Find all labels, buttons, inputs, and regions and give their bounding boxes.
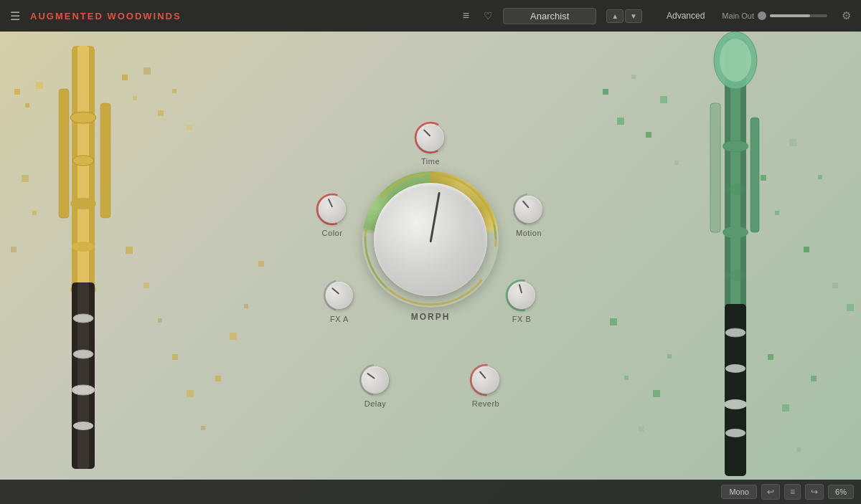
favorite-icon[interactable]: ♡: [484, 10, 493, 22]
advanced-label[interactable]: Advanced: [667, 11, 705, 21]
fxa-knob[interactable]: [323, 279, 356, 312]
fxb-knob[interactable]: [505, 279, 538, 312]
controls-wrapper: Time Color: [0, 63, 861, 480]
undo-button[interactable]: ↩: [761, 484, 780, 500]
morph-knob-group: MORPH: [362, 171, 499, 322]
settings-icon[interactable]: ⚙: [842, 9, 851, 22]
background-area: Time Color: [0, 32, 861, 504]
main-out-indicator: [758, 11, 766, 20]
fxb-label: FX B: [512, 315, 531, 323]
volume-bar[interactable]: [770, 14, 827, 17]
preset-next-button[interactable]: ▼: [625, 9, 642, 23]
time-label: Time: [421, 157, 440, 166]
motion-label: Motion: [516, 229, 542, 237]
color-knob-inner[interactable]: [319, 196, 346, 223]
controls-panel: Time Color: [301, 121, 560, 422]
fxb-knob-inner[interactable]: [508, 282, 535, 309]
header-bar: ☰ AUGMENTED WOODWINDS ≡ ♡ Anarchist ▲ ▼ …: [0, 0, 861, 32]
delay-knob-group: Delay: [359, 363, 392, 408]
main-out-label: Main Out: [722, 11, 754, 20]
library-icon[interactable]: ≡: [463, 9, 469, 22]
preset-name[interactable]: Anarchist: [503, 8, 596, 24]
delay-label: Delay: [364, 399, 387, 408]
delay-knob[interactable]: [359, 363, 392, 396]
footer-bar: Mono ↩ ≡ ↪ 6%: [0, 480, 861, 504]
reverb-knob-group: Reverb: [469, 363, 502, 408]
menu-icon[interactable]: ☰: [10, 9, 20, 23]
color-knob[interactable]: [316, 193, 349, 226]
list-button[interactable]: ≡: [784, 484, 801, 500]
zoom-level: 6%: [828, 485, 854, 499]
time-knob[interactable]: [414, 121, 447, 154]
fxa-knob-group: FX A: [323, 279, 356, 323]
main-out-control: Main Out: [722, 11, 827, 20]
color-knob-group: Color: [316, 193, 349, 237]
motion-knob[interactable]: [512, 193, 545, 226]
reverb-knob[interactable]: [469, 363, 502, 396]
volume-fill: [770, 14, 810, 17]
preset-nav: ▲ ▼: [606, 9, 642, 23]
fxa-label: FX A: [330, 315, 349, 323]
mono-button[interactable]: Mono: [721, 485, 757, 499]
time-knob-group: Time: [414, 121, 447, 166]
reverb-label: Reverb: [472, 399, 499, 408]
color-label: Color: [322, 229, 343, 237]
app-title: AUGMENTED WOODWINDS: [30, 11, 182, 22]
morph-knob[interactable]: [374, 183, 487, 296]
preset-prev-button[interactable]: ▲: [606, 9, 624, 23]
morph-outer-ring: [362, 171, 499, 308]
redo-button[interactable]: ↪: [805, 484, 824, 500]
motion-knob-group: Motion: [512, 193, 545, 237]
morph-label: MORPH: [411, 312, 451, 322]
fxb-knob-group: FX B: [505, 279, 538, 323]
